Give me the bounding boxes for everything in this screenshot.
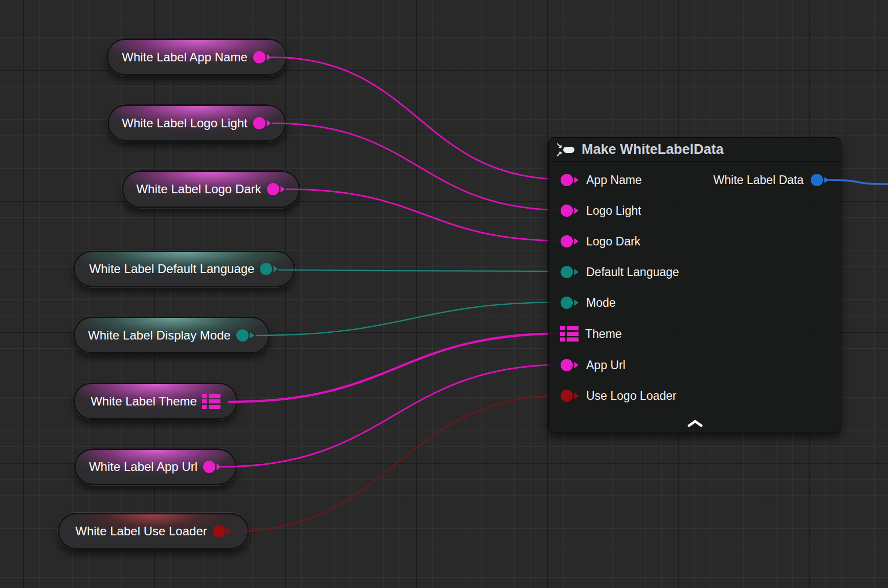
node-title: Make WhiteLabelData: [582, 142, 724, 157]
input-pin-use-logo-loader-icon[interactable]: [560, 389, 580, 403]
output-pin-white-label-use-loader-icon[interactable]: [212, 524, 232, 538]
output-pin-white-label-app-name-icon[interactable]: [253, 50, 272, 64]
input-pin-logo-dark-icon[interactable]: [560, 234, 580, 248]
input-pin-row-app-name: App Name: [549, 171, 642, 189]
getter-label: White Label App Url: [89, 460, 197, 474]
output-pin-white-label-logo-light-icon[interactable]: [253, 116, 272, 130]
getter-node-white-label-display-mode[interactable]: White Label Display Mode: [73, 316, 270, 354]
make-struct-icon: ↘↗: [556, 142, 575, 157]
pin-label: White Label Data: [714, 173, 804, 187]
input-pin-theme-struct-icon[interactable]: [560, 326, 579, 342]
getter-node-white-label-theme[interactable]: White Label Theme: [73, 382, 238, 420]
getter-node-white-label-logo-light[interactable]: White Label Logo Light: [107, 104, 286, 142]
getter-node-white-label-use-loader[interactable]: White Label Use Loader: [58, 513, 249, 550]
input-pin-row-use-logo-loader: Use Logo Loader: [549, 387, 676, 405]
input-pin-row-mode: Mode: [549, 293, 616, 312]
getter-label: White Label Display Mode: [88, 328, 231, 343]
input-pin-logo-light-icon[interactable]: [560, 203, 580, 218]
output-pin-white-label-default-language-icon[interactable]: [259, 262, 279, 276]
output-pin-row-white-label-data: White Label Data: [714, 171, 830, 189]
getter-node-white-label-app-name[interactable]: White Label App Name: [106, 38, 287, 76]
output-pin-white-label-display-mode-icon[interactable]: [236, 328, 255, 343]
pin-label: Logo Light: [586, 204, 641, 218]
pin-label: App Name: [586, 173, 642, 187]
make-whitelabeldata-node[interactable]: ↘↗ Make WhiteLabelData App Name Logo Lig…: [548, 137, 841, 433]
pin-label: Logo Dark: [586, 235, 640, 248]
input-pin-row-theme: Theme: [549, 325, 622, 343]
getter-label: White Label Default Language: [90, 262, 255, 276]
input-pin-app-name-icon[interactable]: [560, 173, 580, 187]
pin-label: Use Logo Loader: [586, 389, 676, 403]
getter-label: White Label Use Loader: [75, 524, 207, 538]
getter-node-white-label-default-language[interactable]: White Label Default Language: [73, 251, 295, 287]
pin-label: Mode: [586, 296, 616, 310]
output-pin-white-label-app-url-icon[interactable]: [203, 460, 222, 474]
input-pin-row-logo-light: Logo Light: [549, 201, 641, 220]
pin-label: Theme: [585, 327, 622, 341]
input-pin-row-app-url: App Url: [549, 356, 626, 374]
getter-node-white-label-app-url[interactable]: White Label App Url: [74, 448, 237, 485]
getter-label: White Label App Name: [122, 50, 247, 64]
pin-label: App Url: [586, 358, 626, 372]
chevron-up-icon[interactable]: [684, 419, 706, 429]
node-header[interactable]: ↘↗ Make WhiteLabelData: [549, 138, 841, 162]
input-pin-mode-icon[interactable]: [560, 296, 580, 310]
getter-label: White Label Logo Light: [122, 116, 248, 130]
getter-node-white-label-logo-dark[interactable]: White Label Logo Dark: [122, 170, 300, 208]
blueprint-graph-canvas[interactable]: White Label App Name White Label Logo Li…: [0, 0, 888, 588]
pin-label: Default Language: [586, 265, 679, 279]
output-pin-white-label-theme-struct-icon[interactable]: [202, 394, 220, 409]
input-pin-default-language-icon[interactable]: [560, 265, 580, 279]
input-pin-row-logo-dark: Logo Dark: [549, 232, 640, 251]
output-pin-white-label-logo-dark-icon[interactable]: [267, 182, 286, 196]
input-pin-app-url-icon[interactable]: [560, 358, 580, 372]
input-pin-row-default-language: Default Language: [549, 263, 679, 281]
getter-label: White Label Logo Dark: [136, 182, 261, 196]
output-pin-white-label-data-icon[interactable]: [810, 173, 830, 187]
getter-label: White Label Theme: [91, 394, 197, 409]
